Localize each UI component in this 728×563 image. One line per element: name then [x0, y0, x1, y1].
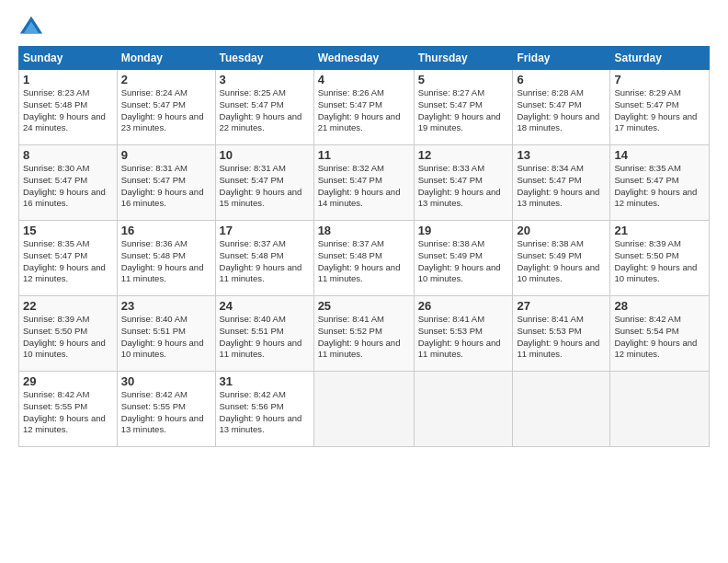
calendar-week-3: 15Sunrise: 8:35 AMSunset: 5:47 PMDayligh…: [19, 221, 710, 296]
day-info: Sunrise: 8:25 AMSunset: 5:47 PMDaylight:…: [220, 87, 310, 134]
day-info: Sunrise: 8:37 AMSunset: 5:48 PMDaylight:…: [220, 238, 310, 285]
calendar-header-saturday: Saturday: [610, 47, 710, 70]
calendar-cell: 15Sunrise: 8:35 AMSunset: 5:47 PMDayligh…: [19, 221, 118, 296]
day-number: 17: [220, 224, 310, 237]
calendar-cell: 19Sunrise: 8:38 AMSunset: 5:49 PMDayligh…: [414, 221, 513, 296]
day-number: 10: [220, 148, 310, 162]
calendar-cell: 28Sunrise: 8:42 AMSunset: 5:54 PMDayligh…: [610, 296, 710, 372]
calendar-cell: 11Sunrise: 8:32 AMSunset: 5:47 PMDayligh…: [313, 145, 414, 221]
calendar-header-monday: Monday: [117, 47, 215, 70]
day-number: 25: [318, 299, 410, 313]
day-info: Sunrise: 8:40 AMSunset: 5:51 PMDaylight:…: [220, 314, 310, 361]
calendar-header-thursday: Thursday: [414, 47, 513, 70]
day-info: Sunrise: 8:39 AMSunset: 5:50 PMDaylight:…: [23, 314, 113, 361]
day-number: 21: [614, 224, 705, 237]
day-number: 8: [23, 148, 113, 162]
day-number: 18: [318, 224, 410, 237]
calendar-cell: 25Sunrise: 8:41 AMSunset: 5:52 PMDayligh…: [313, 296, 414, 372]
day-info: Sunrise: 8:35 AMSunset: 5:47 PMDaylight:…: [614, 163, 705, 210]
calendar-header-wednesday: Wednesday: [313, 47, 414, 70]
day-number: 1: [23, 73, 113, 86]
day-info: Sunrise: 8:32 AMSunset: 5:47 PMDaylight:…: [318, 163, 410, 210]
day-info: Sunrise: 8:41 AMSunset: 5:53 PMDaylight:…: [418, 314, 509, 361]
day-info: Sunrise: 8:36 AMSunset: 5:48 PMDaylight:…: [121, 238, 211, 285]
calendar-week-4: 22Sunrise: 8:39 AMSunset: 5:50 PMDayligh…: [19, 296, 710, 372]
day-number: 26: [418, 299, 509, 313]
header: [18, 15, 710, 40]
calendar-cell: [610, 372, 710, 447]
day-info: Sunrise: 8:41 AMSunset: 5:53 PMDaylight:…: [517, 314, 606, 361]
day-info: Sunrise: 8:30 AMSunset: 5:47 PMDaylight:…: [23, 163, 113, 210]
day-info: Sunrise: 8:26 AMSunset: 5:47 PMDaylight:…: [318, 87, 410, 134]
calendar-cell: 23Sunrise: 8:40 AMSunset: 5:51 PMDayligh…: [117, 296, 215, 372]
calendar-cell: 4Sunrise: 8:26 AMSunset: 5:47 PMDaylight…: [313, 70, 414, 145]
calendar-cell: 2Sunrise: 8:24 AMSunset: 5:47 PMDaylight…: [117, 70, 215, 145]
calendar-week-2: 8Sunrise: 8:30 AMSunset: 5:47 PMDaylight…: [19, 145, 710, 221]
calendar-cell: 22Sunrise: 8:39 AMSunset: 5:50 PMDayligh…: [19, 296, 118, 372]
day-number: 27: [517, 299, 606, 313]
calendar-cell: 24Sunrise: 8:40 AMSunset: 5:51 PMDayligh…: [215, 296, 313, 372]
calendar-cell: [513, 372, 610, 447]
calendar-cell: 3Sunrise: 8:25 AMSunset: 5:47 PMDaylight…: [215, 70, 313, 145]
day-info: Sunrise: 8:37 AMSunset: 5:48 PMDaylight:…: [318, 238, 410, 285]
day-number: 23: [121, 299, 211, 313]
calendar-week-5: 29Sunrise: 8:42 AMSunset: 5:55 PMDayligh…: [19, 372, 710, 447]
calendar-cell: 14Sunrise: 8:35 AMSunset: 5:47 PMDayligh…: [610, 145, 710, 221]
day-info: Sunrise: 8:39 AMSunset: 5:50 PMDaylight:…: [614, 238, 705, 285]
calendar-header-row: SundayMondayTuesdayWednesdayThursdayFrid…: [19, 47, 710, 70]
day-number: 5: [418, 73, 509, 86]
calendar-cell: 17Sunrise: 8:37 AMSunset: 5:48 PMDayligh…: [215, 221, 313, 296]
calendar-cell: 30Sunrise: 8:42 AMSunset: 5:55 PMDayligh…: [117, 372, 215, 447]
day-number: 6: [517, 73, 606, 86]
day-info: Sunrise: 8:24 AMSunset: 5:47 PMDaylight:…: [121, 87, 211, 134]
calendar-cell: 29Sunrise: 8:42 AMSunset: 5:55 PMDayligh…: [19, 372, 118, 447]
calendar-cell: 31Sunrise: 8:42 AMSunset: 5:56 PMDayligh…: [215, 372, 313, 447]
day-number: 14: [614, 148, 705, 162]
day-number: 13: [517, 148, 606, 162]
calendar-week-1: 1Sunrise: 8:23 AMSunset: 5:48 PMDaylight…: [19, 70, 710, 145]
day-number: 20: [517, 224, 606, 237]
day-info: Sunrise: 8:28 AMSunset: 5:47 PMDaylight:…: [517, 87, 606, 134]
calendar-cell: 20Sunrise: 8:38 AMSunset: 5:49 PMDayligh…: [513, 221, 610, 296]
calendar-cell: 21Sunrise: 8:39 AMSunset: 5:50 PMDayligh…: [610, 221, 710, 296]
calendar-header-sunday: Sunday: [19, 47, 118, 70]
day-info: Sunrise: 8:35 AMSunset: 5:47 PMDaylight:…: [23, 238, 113, 285]
calendar-cell: 9Sunrise: 8:31 AMSunset: 5:47 PMDaylight…: [117, 145, 215, 221]
day-number: 12: [418, 148, 509, 162]
day-number: 31: [220, 374, 310, 388]
day-number: 11: [318, 148, 410, 162]
day-number: 2: [121, 73, 211, 86]
day-info: Sunrise: 8:38 AMSunset: 5:49 PMDaylight:…: [418, 238, 509, 285]
calendar-header-tuesday: Tuesday: [215, 47, 313, 70]
calendar-cell: 8Sunrise: 8:30 AMSunset: 5:47 PMDaylight…: [19, 145, 118, 221]
day-number: 4: [318, 73, 410, 86]
page-container: SundayMondayTuesdayWednesdayThursdayFrid…: [0, 0, 728, 456]
calendar-cell: 1Sunrise: 8:23 AMSunset: 5:48 PMDaylight…: [19, 70, 118, 145]
day-number: 30: [121, 374, 211, 388]
day-info: Sunrise: 8:29 AMSunset: 5:47 PMDaylight:…: [614, 87, 705, 134]
day-number: 29: [23, 374, 113, 388]
day-info: Sunrise: 8:42 AMSunset: 5:54 PMDaylight:…: [614, 314, 705, 361]
day-number: 7: [614, 73, 705, 86]
day-info: Sunrise: 8:38 AMSunset: 5:49 PMDaylight:…: [517, 238, 606, 285]
calendar-cell: 6Sunrise: 8:28 AMSunset: 5:47 PMDaylight…: [513, 70, 610, 145]
day-number: 9: [121, 148, 211, 162]
day-number: 3: [220, 73, 310, 86]
day-info: Sunrise: 8:33 AMSunset: 5:47 PMDaylight:…: [418, 163, 509, 210]
calendar-table: SundayMondayTuesdayWednesdayThursdayFrid…: [18, 46, 710, 447]
day-info: Sunrise: 8:23 AMSunset: 5:48 PMDaylight:…: [23, 87, 113, 134]
day-number: 22: [23, 299, 113, 313]
day-info: Sunrise: 8:42 AMSunset: 5:55 PMDaylight:…: [121, 389, 211, 436]
calendar-cell: 10Sunrise: 8:31 AMSunset: 5:47 PMDayligh…: [215, 145, 313, 221]
calendar-cell: 26Sunrise: 8:41 AMSunset: 5:53 PMDayligh…: [414, 296, 513, 372]
calendar-cell: 18Sunrise: 8:37 AMSunset: 5:48 PMDayligh…: [313, 221, 414, 296]
day-info: Sunrise: 8:42 AMSunset: 5:55 PMDaylight:…: [23, 389, 113, 436]
day-number: 15: [23, 224, 113, 237]
calendar-cell: [414, 372, 513, 447]
calendar-cell: 16Sunrise: 8:36 AMSunset: 5:48 PMDayligh…: [117, 221, 215, 296]
calendar-cell: [313, 372, 414, 447]
day-number: 16: [121, 224, 211, 237]
day-number: 28: [614, 299, 705, 313]
calendar-cell: 7Sunrise: 8:29 AMSunset: 5:47 PMDaylight…: [610, 70, 710, 145]
calendar-cell: 13Sunrise: 8:34 AMSunset: 5:47 PMDayligh…: [513, 145, 610, 221]
